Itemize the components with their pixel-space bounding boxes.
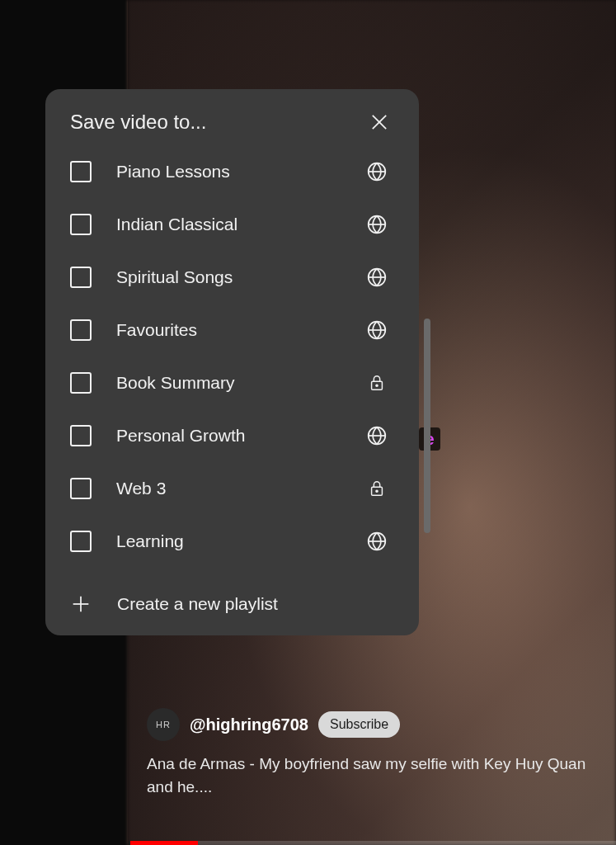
playlist-checkbox[interactable] <box>70 214 92 235</box>
create-new-playlist-label: Create a new playlist <box>117 594 278 614</box>
video-metadata: HR @highring6708 Subscribe Ana de Armas … <box>147 708 601 798</box>
close-button[interactable] <box>364 107 394 137</box>
playlist-checkbox[interactable] <box>70 531 92 552</box>
dialog-header: Save video to... <box>45 107 419 145</box>
lock-icon <box>366 478 388 499</box>
playlist-label: Piano Lessons <box>116 162 366 182</box>
playlist-checkbox[interactable] <box>70 319 92 341</box>
plus-icon <box>69 592 92 616</box>
globe-icon <box>366 319 388 341</box>
channel-row: HR @highring6708 Subscribe <box>147 708 601 741</box>
playlist-item[interactable]: Piano Lessons <box>70 145 394 198</box>
globe-icon <box>366 267 388 288</box>
playlist-item[interactable]: Favourites <box>70 304 394 356</box>
playlist-list: Piano LessonsIndian ClassicalSpiritual S… <box>45 145 419 568</box>
playlist-label: Web 3 <box>116 479 366 498</box>
channel-handle[interactable]: @highring6708 <box>190 715 308 734</box>
globe-icon <box>366 161 388 182</box>
playlist-checkbox[interactable] <box>70 425 92 446</box>
channel-avatar[interactable]: HR <box>147 708 180 741</box>
playlist-label: Spiritual Songs <box>116 267 366 287</box>
subscribe-button[interactable]: Subscribe <box>318 711 400 738</box>
playlist-checkbox[interactable] <box>70 161 92 182</box>
globe-icon <box>366 531 388 552</box>
save-to-playlist-dialog: Save video to... Piano LessonsIndian Cla… <box>45 89 419 635</box>
create-new-playlist-button[interactable]: Create a new playlist <box>45 578 419 621</box>
playlist-item[interactable]: Book Summary <box>70 356 394 409</box>
playlist-label: Book Summary <box>116 373 366 393</box>
video-progress-track[interactable] <box>130 841 616 845</box>
playlist-item[interactable]: Web 3 <box>70 462 394 515</box>
playlist-item[interactable]: Personal Growth <box>70 409 394 462</box>
svg-point-15 <box>376 490 378 492</box>
playlist-label: Indian Classical <box>116 215 366 234</box>
playlist-checkbox[interactable] <box>70 267 92 288</box>
globe-icon <box>366 214 388 235</box>
svg-point-11 <box>376 385 378 386</box>
playlist-label: Favourites <box>116 320 366 340</box>
dialog-title: Save video to... <box>70 111 206 134</box>
playlist-checkbox[interactable] <box>70 372 92 394</box>
playlist-item[interactable]: Spiritual Songs <box>70 251 394 304</box>
globe-icon <box>366 425 388 446</box>
playlist-label: Learning <box>116 531 366 551</box>
lock-icon <box>366 372 388 394</box>
video-progress-fill <box>130 841 198 845</box>
playlist-label: Personal Growth <box>116 426 366 446</box>
video-title: Ana de Armas - My boyfriend saw my selfi… <box>147 753 601 798</box>
scrollbar-thumb[interactable] <box>424 319 430 533</box>
close-icon <box>368 111 391 134</box>
playlist-item[interactable]: Indian Classical <box>70 198 394 251</box>
playlist-checkbox[interactable] <box>70 478 92 499</box>
playlist-item[interactable]: Learning <box>70 515 394 568</box>
